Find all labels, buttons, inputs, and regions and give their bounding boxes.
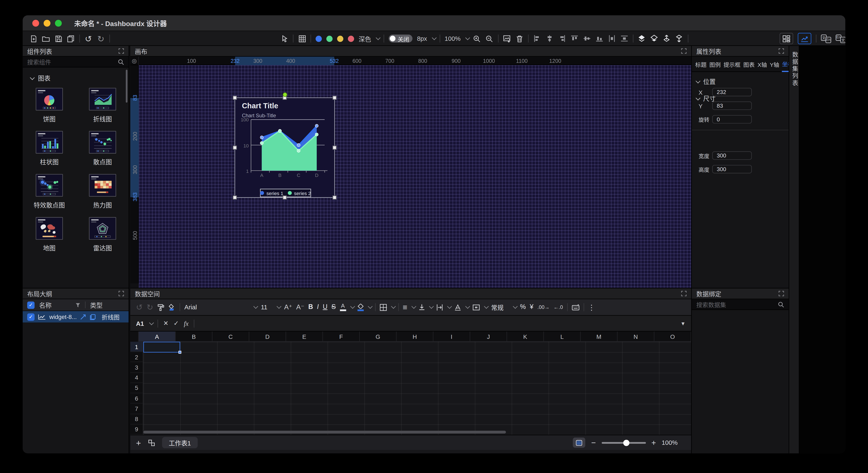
chevron-down-icon[interactable]: [350, 304, 355, 309]
row-header[interactable]: 9: [130, 424, 143, 435]
column-header[interactable]: M: [581, 331, 617, 341]
close-window-button[interactable]: [32, 20, 39, 27]
export-image-icon[interactable]: [503, 35, 511, 42]
width-input[interactable]: 300: [712, 151, 752, 160]
sheet-list-icon[interactable]: [148, 439, 155, 446]
open-file-icon[interactable]: [42, 35, 50, 42]
currency-icon[interactable]: ¥: [530, 304, 533, 311]
formula-expand-icon[interactable]: ▼: [680, 321, 686, 326]
component-radar-chart[interactable]: 雷达图: [89, 217, 116, 252]
undo-icon[interactable]: ↺: [84, 34, 92, 43]
minimize-window-button[interactable]: [43, 20, 51, 27]
distribute-vertical-icon[interactable]: [620, 35, 628, 42]
dataset-search[interactable]: 搜索数据集: [692, 299, 789, 310]
row-header[interactable]: 8: [130, 414, 143, 424]
horizontal-align-icon[interactable]: ≡: [403, 303, 407, 311]
align-center-horizontal-icon[interactable]: [546, 35, 553, 42]
tab-legend[interactable]: 图例: [709, 57, 721, 71]
component-search[interactable]: 搜索组件: [23, 57, 129, 67]
sidebar-scrollbar[interactable]: [126, 70, 127, 102]
component-heatmap-chart[interactable]: 热力图: [89, 174, 116, 209]
row-checkbox[interactable]: ✓: [27, 313, 34, 321]
tab-xaxis[interactable]: X轴: [757, 57, 767, 71]
component-effect-scatter-chart[interactable]: 特效散点图: [34, 174, 65, 209]
redo-icon[interactable]: ↻: [147, 303, 153, 311]
component-pie-chart[interactable]: 饼图: [36, 88, 63, 123]
column-header[interactable]: A: [139, 331, 176, 341]
increase-font-icon[interactable]: A⁺: [284, 304, 292, 311]
legend-item-series1[interactable]: series 1: [260, 190, 283, 196]
tab-tooltip[interactable]: 提示框: [723, 57, 741, 71]
cells-area[interactable]: [130, 342, 691, 435]
theme-select-value[interactable]: 深色: [359, 34, 371, 43]
row-header[interactable]: 4: [130, 373, 143, 383]
outline-row-widget[interactable]: ✓ widget-8... 折线图: [23, 311, 129, 322]
bring-to-front-icon[interactable]: [638, 35, 646, 42]
tab-yaxis[interactable]: Y轴: [770, 57, 779, 71]
font-size-select[interactable]: 11: [261, 304, 280, 311]
align-center-vertical-icon[interactable]: [583, 35, 591, 42]
decrease-font-icon[interactable]: A⁻: [296, 304, 304, 311]
decrease-decimal-icon[interactable]: ←.0: [554, 305, 563, 310]
zoom-out-icon[interactable]: −: [591, 439, 596, 446]
add-sheet-icon[interactable]: +: [136, 438, 141, 447]
column-header[interactable]: N: [617, 331, 654, 341]
resize-arrow-icon[interactable]: [80, 314, 86, 320]
translate-en-cn-icon[interactable]: En文: [836, 34, 845, 43]
chevron-down-icon[interactable]: [429, 304, 434, 309]
column-header[interactable]: J: [470, 331, 507, 341]
bold-icon[interactable]: B: [308, 304, 313, 311]
row-header[interactable]: 1: [130, 342, 143, 352]
expand-panel-icon[interactable]: [118, 48, 124, 54]
ruler-origin-icon[interactable]: ◎: [130, 57, 139, 65]
column-header[interactable]: G: [360, 331, 396, 341]
tab-coordinates[interactable]: 坐标: [782, 56, 789, 72]
grid-snap-toggle[interactable]: 关闭: [389, 35, 412, 42]
filter-icon[interactable]: [75, 302, 81, 307]
increase-decimal-icon[interactable]: .00→: [537, 305, 550, 310]
chevron-down-icon[interactable]: [376, 35, 381, 40]
component-bar-chart[interactable]: 柱状图: [36, 131, 63, 166]
canvas-grid-area[interactable]: Chart Title Chart Sub-Title 100 10 1 A B…: [139, 65, 691, 288]
clear-format-icon[interactable]: [168, 303, 176, 311]
column-header[interactable]: B: [176, 331, 212, 341]
resize-handle-ne[interactable]: [333, 96, 337, 100]
column-header[interactable]: I: [433, 331, 470, 341]
function-icon[interactable]: fx: [184, 320, 189, 327]
grid-size-value[interactable]: 8px: [417, 35, 427, 42]
y-input[interactable]: 83: [712, 101, 752, 110]
expand-panel-icon[interactable]: [681, 291, 687, 297]
number-format-select[interactable]: 常规: [491, 303, 516, 312]
fill-color-icon[interactable]: [357, 303, 364, 311]
percent-icon[interactable]: %: [520, 304, 526, 311]
canvas-zoom-value[interactable]: 100%: [445, 35, 461, 42]
distribute-horizontal-icon[interactable]: [608, 35, 616, 42]
cell-reference[interactable]: A1: [136, 320, 144, 327]
select-all-corner[interactable]: [130, 331, 139, 342]
new-file-icon[interactable]: [29, 35, 37, 42]
align-bottom-icon[interactable]: [595, 35, 603, 42]
column-header[interactable]: O: [654, 331, 691, 341]
height-input[interactable]: 300: [712, 165, 752, 174]
sheet-tab-active[interactable]: 工作表1: [162, 437, 197, 448]
row-header[interactable]: 7: [130, 404, 143, 414]
tab-chart[interactable]: 图表: [743, 57, 754, 71]
resize-handle-sw[interactable]: [233, 196, 237, 200]
dataset-list-strip[interactable]: 数据集列表: [789, 46, 799, 453]
legend-item-series2[interactable]: series 2: [288, 190, 311, 196]
selected-cell-a1[interactable]: [143, 342, 180, 352]
expand-panel-icon[interactable]: [681, 48, 687, 54]
section-charts[interactable]: 图表: [23, 67, 129, 85]
chevron-down-icon[interactable]: [391, 304, 396, 309]
component-line-chart[interactable]: 折线图: [89, 88, 116, 123]
chevron-down-icon[interactable]: [149, 320, 154, 325]
strikethrough-icon[interactable]: S: [332, 304, 336, 311]
align-right-icon[interactable]: [558, 35, 566, 42]
grid-toggle-button[interactable]: [573, 438, 585, 448]
chevron-down-icon[interactable]: [368, 304, 372, 309]
vertical-align-icon[interactable]: [418, 304, 425, 311]
selected-chart-widget[interactable]: Chart Title Chart Sub-Title 100 10 1 A B…: [235, 98, 334, 197]
fill-handle[interactable]: [179, 351, 181, 353]
select-all-checkbox[interactable]: ✓: [27, 301, 34, 308]
cancel-entry-icon[interactable]: ✕: [163, 320, 168, 326]
